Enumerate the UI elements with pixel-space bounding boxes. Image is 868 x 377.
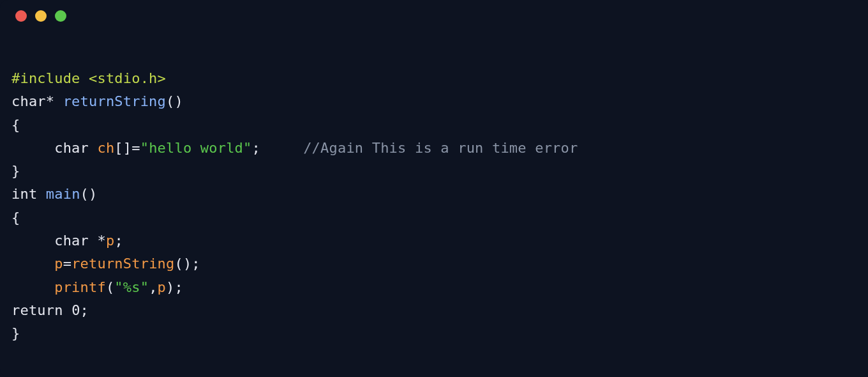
space — [89, 140, 97, 156]
string-hello: "hello world" — [140, 140, 252, 156]
keyword-char: char — [54, 233, 89, 249]
var-ch: ch — [97, 140, 114, 156]
semicolon: ; — [252, 140, 304, 156]
comment: //Again This is a run time error — [303, 140, 578, 156]
var-p: p — [158, 279, 166, 295]
editor-window: #include <stdio.h> char* returnString() … — [0, 0, 868, 377]
var-p: p — [106, 233, 114, 249]
keyword-return: return — [11, 302, 63, 318]
funccall-printf: printf — [54, 279, 106, 295]
brace-close: } — [11, 325, 20, 341]
semicolon: ; — [80, 302, 89, 318]
keyword-char: char — [11, 93, 46, 109]
parens: (); — [174, 256, 200, 272]
func-returnString: returnString — [63, 93, 166, 109]
funccall-returnString: returnString — [71, 256, 174, 272]
brackets: []= — [114, 140, 140, 156]
minimize-icon[interactable] — [35, 10, 47, 22]
semicolon: ; — [114, 233, 123, 249]
indent — [11, 279, 54, 295]
space — [63, 302, 71, 318]
func-main: main — [46, 186, 80, 202]
brace-open: { — [11, 117, 20, 133]
indent — [11, 233, 54, 249]
star: * — [46, 93, 63, 109]
paren-open: ( — [106, 279, 114, 295]
string-fmt: "%s" — [114, 279, 149, 295]
indent — [11, 256, 54, 272]
var-p: p — [54, 256, 63, 272]
window-titlebar — [0, 0, 868, 32]
brace-open: { — [11, 210, 20, 226]
star: * — [97, 233, 105, 249]
maximize-icon[interactable] — [55, 10, 66, 22]
brace-close: } — [11, 163, 20, 179]
space — [89, 233, 97, 249]
parens: () — [80, 186, 98, 202]
keyword-char: char — [54, 140, 89, 156]
keyword-int: int — [11, 186, 37, 202]
equals: = — [63, 256, 71, 272]
comma: , — [149, 279, 157, 295]
space — [37, 186, 45, 202]
paren-close: ); — [166, 279, 183, 295]
number-zero: 0 — [71, 302, 80, 318]
indent — [11, 140, 54, 156]
parens: () — [166, 93, 183, 109]
preproc-include: #include <stdio.h> — [11, 70, 166, 86]
close-icon[interactable] — [15, 10, 27, 22]
code-editor[interactable]: #include <stdio.h> char* returnString() … — [0, 32, 868, 357]
